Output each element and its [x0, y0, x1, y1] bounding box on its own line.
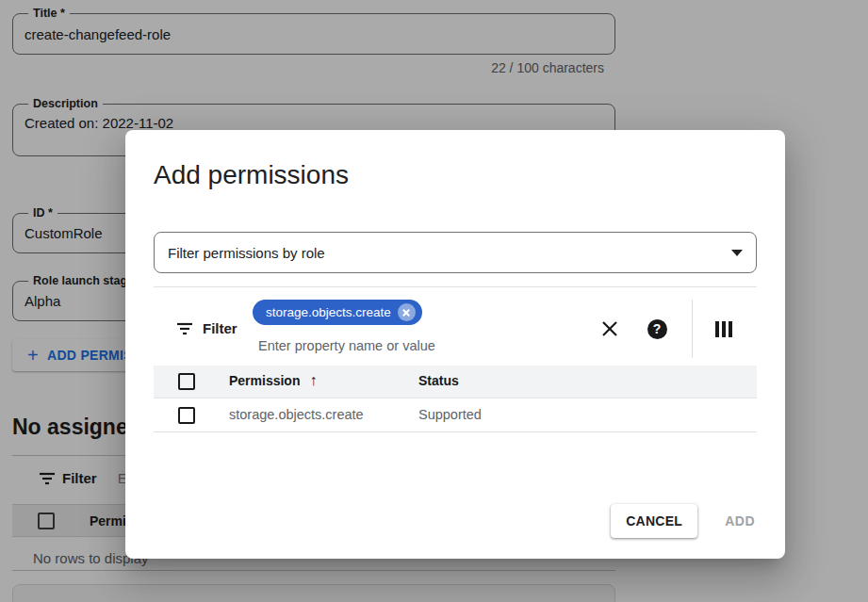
- select-all-checkbox[interactable]: [178, 373, 195, 390]
- row-checkbox[interactable]: [178, 407, 195, 424]
- dialog-actions: CANCEL ADD: [611, 504, 757, 538]
- filter-chip-label: storage.objects.create: [266, 305, 391, 319]
- permission-column-header[interactable]: Permission ↑: [229, 373, 317, 388]
- clear-filters-button[interactable]: [598, 317, 622, 341]
- role-dropdown-value: Filter permissions by role: [168, 245, 325, 261]
- filter-list-icon: [176, 321, 193, 336]
- close-icon: [601, 320, 618, 337]
- modal-filter-input[interactable]: Enter property name or value: [258, 338, 435, 353]
- row-permission-cell: storage.objects.create: [229, 407, 364, 422]
- chip-remove-icon[interactable]: [398, 303, 416, 321]
- status-column-header[interactable]: Status: [418, 373, 459, 388]
- row-status-cell: Supported: [418, 407, 482, 422]
- help-icon: ?: [647, 319, 667, 339]
- modal-filter-label: Filter: [203, 320, 237, 336]
- column-display-button[interactable]: [712, 317, 736, 341]
- chevron-down-icon: [731, 250, 743, 256]
- page: Title * create-changefeed-role 22 / 100 …: [0, 0, 868, 602]
- filter-chip[interactable]: storage.objects.create: [253, 300, 422, 325]
- add-permissions-dialog: Add permissions Filter permissions by ro…: [125, 130, 785, 559]
- permissions-table-header: Permission ↑ Status: [154, 366, 757, 399]
- sort-ascending-icon: ↑: [309, 374, 317, 387]
- filter-permissions-by-role-dropdown[interactable]: Filter permissions by role: [154, 232, 757, 273]
- divider: [154, 286, 757, 287]
- columns-icon: [715, 321, 732, 337]
- divider: [692, 300, 693, 358]
- add-button[interactable]: ADD: [723, 506, 757, 536]
- table-row[interactable]: storage.objects.create Supported: [154, 399, 757, 432]
- dialog-title: Add permissions: [154, 160, 349, 190]
- cancel-button[interactable]: CANCEL: [611, 504, 697, 538]
- help-button[interactable]: ?: [645, 317, 669, 341]
